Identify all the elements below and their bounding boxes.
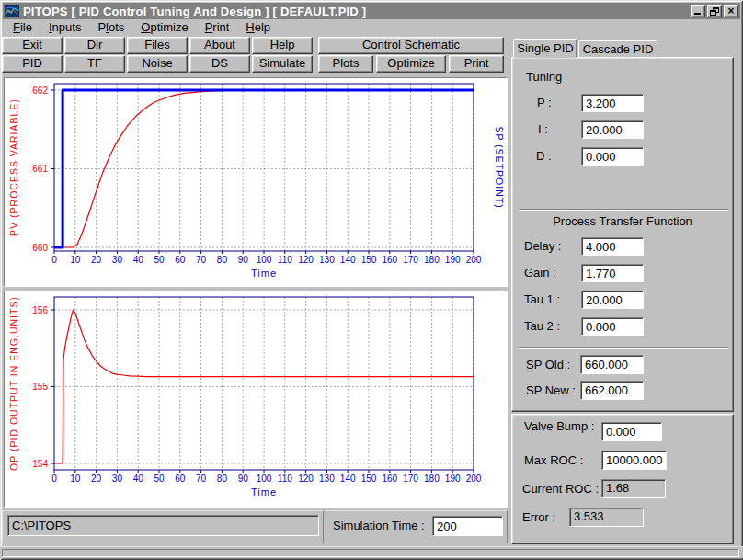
op-chart: 0102030405060708090100110120130140150160… xyxy=(4,291,508,508)
tau2-input[interactable] xyxy=(581,317,644,336)
svg-text:0: 0 xyxy=(51,474,57,484)
plots-button[interactable]: Plots xyxy=(318,55,373,73)
i-input[interactable] xyxy=(581,120,644,139)
about-button[interactable]: About xyxy=(189,37,250,54)
current-roc-value: 1.68 xyxy=(601,479,666,498)
app-icon xyxy=(5,5,19,17)
restore-button[interactable] xyxy=(707,5,722,17)
error-value: 3.533 xyxy=(569,508,644,527)
svg-text:140: 140 xyxy=(340,255,356,265)
sim-time-panel: Simulation Time : xyxy=(326,510,508,543)
sp-old-input[interactable] xyxy=(580,355,644,374)
svg-text:50: 50 xyxy=(154,474,165,484)
menu-bar: File Inputs Plots Optimize Print Help xyxy=(3,19,740,35)
print-button[interactable]: Print xyxy=(449,55,504,73)
help-button[interactable]: Help xyxy=(252,37,313,54)
menu-inputs[interactable]: Inputs xyxy=(40,19,89,35)
svg-text:100: 100 xyxy=(257,255,272,265)
status-bar xyxy=(0,546,743,558)
tuning-title: Tuning xyxy=(526,70,562,84)
tab-cascade-pid[interactable]: Cascade PID xyxy=(578,40,657,58)
svg-text:140: 140 xyxy=(340,474,356,484)
svg-text:160: 160 xyxy=(382,255,397,265)
svg-text:662: 662 xyxy=(32,86,48,96)
path-panel: C:\PITOPS xyxy=(2,510,324,543)
control-schematic-button[interactable]: Control Schematic xyxy=(318,37,504,54)
svg-text:180: 180 xyxy=(424,474,440,484)
svg-text:200: 200 xyxy=(466,474,482,484)
max-roc-input[interactable] xyxy=(601,451,667,470)
svg-text:156: 156 xyxy=(32,305,48,315)
svg-text:180: 180 xyxy=(424,255,440,265)
error-label: Error : xyxy=(522,508,555,527)
pid-button[interactable]: PID xyxy=(2,55,63,73)
svg-text:80: 80 xyxy=(217,474,228,484)
title-bar: PITOPS [ PID Control Tuning And Design ]… xyxy=(3,3,740,19)
exit-button[interactable]: Exit xyxy=(2,37,63,54)
d-label: D : xyxy=(536,147,552,166)
svg-text:100: 100 xyxy=(257,474,272,484)
files-button[interactable]: Files xyxy=(127,37,188,54)
svg-text:0: 0 xyxy=(51,255,57,265)
delay-input[interactable] xyxy=(581,237,644,256)
menu-optimize[interactable]: Optimize xyxy=(132,19,196,35)
window-title: PITOPS [ PID Control Tuning And Design ]… xyxy=(23,5,366,18)
tau1-input[interactable] xyxy=(581,291,644,309)
svg-text:130: 130 xyxy=(319,255,335,265)
menu-file[interactable]: File xyxy=(5,19,40,35)
svg-text:661: 661 xyxy=(32,164,48,174)
svg-text:110: 110 xyxy=(278,474,292,484)
dir-button[interactable]: Dir xyxy=(64,37,125,54)
svg-text:120: 120 xyxy=(298,255,314,265)
separator xyxy=(519,209,728,211)
svg-text:50: 50 xyxy=(154,255,165,265)
sp-new-input[interactable] xyxy=(580,381,644,400)
svg-text:30: 30 xyxy=(112,255,123,265)
svg-text:80: 80 xyxy=(217,255,228,265)
op-chart-svg: 0102030405060708090100110120130140150160… xyxy=(5,291,507,507)
svg-text:SP (SETPOINT): SP (SETPOINT) xyxy=(494,126,505,208)
noise-button[interactable]: Noise xyxy=(127,55,188,73)
svg-text:20: 20 xyxy=(91,255,102,265)
minimize-icon xyxy=(694,13,701,15)
menu-help[interactable]: Help xyxy=(237,19,279,35)
close-button[interactable]: × xyxy=(724,5,738,17)
svg-text:120: 120 xyxy=(298,474,314,484)
tau1-label: Tau 1 : xyxy=(524,291,560,309)
app-window: PITOPS [ PID Control Tuning And Design ]… xyxy=(0,0,743,560)
svg-text:70: 70 xyxy=(196,474,207,484)
svg-text:90: 90 xyxy=(238,474,249,484)
sp-old-label: SP Old : xyxy=(526,355,570,374)
svg-text:154: 154 xyxy=(32,459,48,469)
svg-text:190: 190 xyxy=(445,474,461,484)
path-field[interactable]: C:\PITOPS xyxy=(7,515,319,536)
menu-print[interactable]: Print xyxy=(197,19,238,35)
svg-text:190: 190 xyxy=(445,255,461,265)
optimize-button[interactable]: Optimize xyxy=(376,55,446,73)
svg-text:Time: Time xyxy=(251,486,277,497)
valve-bump-input[interactable] xyxy=(601,422,662,441)
svg-text:130: 130 xyxy=(319,474,335,484)
pv-sp-chart-svg: 0102030405060708090100110120130140150160… xyxy=(5,78,507,286)
svg-text:60: 60 xyxy=(175,474,186,484)
minimize-button[interactable] xyxy=(691,5,705,17)
d-input[interactable] xyxy=(581,147,644,166)
svg-text:155: 155 xyxy=(32,382,48,392)
svg-text:10: 10 xyxy=(70,255,81,265)
gain-input[interactable] xyxy=(581,264,644,282)
svg-text:60: 60 xyxy=(175,255,186,265)
delay-label: Delay : xyxy=(524,237,561,256)
simulate-button[interactable]: Simulate xyxy=(252,55,313,73)
svg-text:200: 200 xyxy=(466,255,482,265)
valve-bump-label: Valve Bump : xyxy=(524,419,577,433)
close-icon: × xyxy=(725,5,737,17)
tf-button[interactable]: TF xyxy=(64,55,125,73)
tau2-label: Tau 2 : xyxy=(524,317,560,336)
ds-button[interactable]: DS xyxy=(189,55,250,73)
tab-single-pid[interactable]: Single PID xyxy=(513,39,577,58)
p-input[interactable] xyxy=(581,94,644,112)
svg-text:40: 40 xyxy=(133,255,144,265)
menu-plots[interactable]: Plots xyxy=(89,19,132,35)
i-label: I : xyxy=(538,120,548,139)
sim-time-input[interactable] xyxy=(432,516,503,536)
